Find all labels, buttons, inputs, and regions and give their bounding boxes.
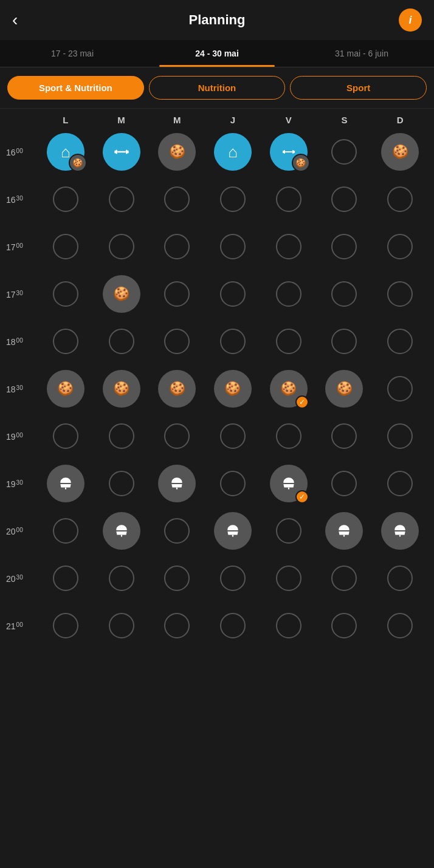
cell-1630-V[interactable] [261,184,317,214]
cell-2030-J[interactable] [205,563,261,593]
cell-1900-M2[interactable] [149,421,205,451]
cell-1600-L[interactable]: ⌂ 🍪 [38,131,94,173]
cell-2030-M1[interactable] [94,563,150,593]
time-row-2030: 2030 [6,555,428,601]
cell-2100-M2[interactable] [149,610,205,641]
cat-tab-sport-nutrition[interactable]: Sport & Nutrition [7,76,144,100]
cell-1900-D[interactable] [372,421,428,451]
back-button[interactable]: ‹ [12,12,18,29]
cell-1600-S[interactable] [317,137,373,167]
cell-1730-M1[interactable]: 🍪 [94,273,150,315]
cell-1730-L[interactable] [38,279,94,309]
svg-rect-11 [176,488,177,490]
cell-1800-V[interactable] [261,326,317,357]
cell-1700-M1[interactable] [94,231,150,262]
cell-2030-M2[interactable] [149,563,205,593]
svg-rect-15 [343,535,345,537]
cell-1830-V[interactable]: 🍪 ✓ [261,367,317,410]
cell-2000-V[interactable] [261,516,317,546]
time-row-2000: 2000 [6,508,428,554]
cell-2030-S[interactable] [317,563,373,593]
cell-1600-D[interactable]: 🍪 [372,131,428,173]
cell-1900-V[interactable] [261,421,317,451]
cell-1730-D[interactable] [372,279,428,309]
week-tab-prev[interactable]: 17 - 23 mai [0,40,145,67]
time-row-1930: 1930 ✓ [6,460,428,507]
cell-1900-M1[interactable] [94,421,150,451]
time-row-1600: 1600 ⌂ 🍪 🍪 ⌂ [6,129,428,175]
check-badge-1830-V: ✓ [295,395,309,409]
cell-1630-D[interactable] [372,184,428,214]
cell-1900-L[interactable] [38,421,94,451]
cell-1800-J[interactable] [205,326,261,357]
cell-1630-L[interactable] [38,184,94,214]
cell-1930-D[interactable] [372,468,428,499]
cell-1930-M2[interactable] [149,462,205,505]
cell-2100-L[interactable] [38,610,94,641]
cell-1930-S[interactable] [317,468,373,499]
cell-2000-M2[interactable] [149,516,205,546]
cell-1700-S[interactable] [317,231,373,262]
cell-2100-J[interactable] [205,610,261,641]
cell-1600-V[interactable]: 🍪 [261,131,317,173]
cell-2100-D[interactable] [372,610,428,641]
cell-1730-J[interactable] [205,279,261,309]
cell-1800-L[interactable] [38,326,94,357]
cell-2100-M1[interactable] [94,610,150,641]
time-label-1700: 1700 [6,241,38,252]
cell-1700-J[interactable] [205,231,261,262]
cell-1900-S[interactable] [317,421,373,451]
cell-1830-J[interactable]: 🍪 [205,367,261,410]
cell-1830-S[interactable]: 🍪 [317,367,373,410]
cell-1930-J[interactable] [205,468,261,499]
cell-2000-S[interactable] [317,510,373,552]
cell-1730-M2[interactable] [149,279,205,309]
time-label-1930: 1930 [6,478,38,489]
cell-2030-L[interactable] [38,563,94,593]
cell-2000-D[interactable] [372,510,428,552]
time-row-2100: 2100 [6,603,428,649]
cell-2000-L[interactable] [38,516,94,546]
cell-1700-L[interactable] [38,231,94,262]
cat-tab-nutrition[interactable]: Nutrition [149,76,286,100]
cell-1600-M2[interactable]: 🍪 [149,131,205,173]
svg-rect-10 [65,488,66,490]
week-tab-current[interactable]: 24 - 30 mai [145,40,289,67]
week-tab-next[interactable]: 31 mai - 6 juin [289,40,434,67]
time-label-1600: 1600 [6,146,38,157]
cell-1700-D[interactable] [372,231,428,262]
cell-1930-M1[interactable] [94,468,150,499]
cell-1800-S[interactable] [317,326,373,357]
cell-1800-M1[interactable] [94,326,150,357]
cell-2100-S[interactable] [317,610,373,641]
cell-1600-M1[interactable] [94,131,150,173]
cell-1700-V[interactable] [261,231,317,262]
cell-1630-J[interactable] [205,184,261,214]
cat-tab-sport[interactable]: Sport [290,76,427,100]
cell-1900-J[interactable] [205,421,261,451]
cell-1600-J[interactable]: ⌂ [205,131,261,173]
cell-1700-M2[interactable] [149,231,205,262]
cell-1800-M2[interactable] [149,326,205,357]
cell-1830-M1[interactable]: 🍪 [94,367,150,410]
cell-1930-L[interactable] [38,462,94,505]
cell-1830-L[interactable]: 🍪 [38,367,94,410]
info-button[interactable]: i [399,9,422,32]
cell-1630-M1[interactable] [94,184,150,214]
cell-1730-S[interactable] [317,279,373,309]
cell-1930-V[interactable]: ✓ [261,462,317,505]
time-label-1900: 1900 [6,431,38,442]
cell-2100-V[interactable] [261,610,317,641]
cell-1800-D[interactable] [372,326,428,357]
cell-2030-D[interactable] [372,563,428,593]
cell-2030-V[interactable] [261,563,317,593]
cell-1730-V[interactable] [261,279,317,309]
cell-1830-M2[interactable]: 🍪 [149,367,205,410]
cell-2000-M1[interactable] [94,510,150,552]
cell-1830-D[interactable] [372,374,428,404]
cell-1630-S[interactable] [317,184,373,214]
time-row-1800: 1800 [6,318,428,364]
cell-1630-M2[interactable] [149,184,205,214]
cell-2000-J[interactable] [205,510,261,552]
page-title: Planning [189,12,246,28]
